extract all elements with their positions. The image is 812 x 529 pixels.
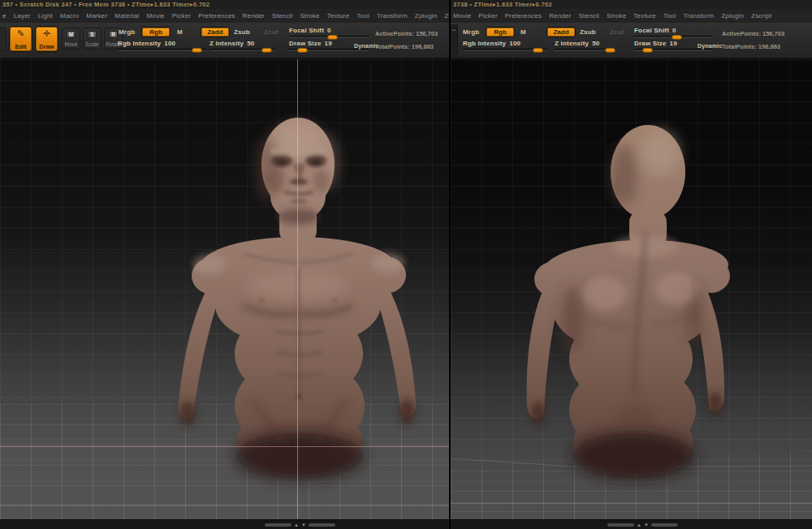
menu-item-layer[interactable]: Layer bbox=[14, 12, 31, 19]
menu-bar: MoviePickerPreferencesRenderStencilStrok… bbox=[451, 9, 812, 23]
scrollbar-segment[interactable] bbox=[651, 523, 678, 527]
dynamic-toggle[interactable]: Dynamic bbox=[698, 43, 723, 49]
menu-bar: eLayerLightMacroMarkerMaterialMoviePicke… bbox=[0, 9, 449, 23]
zcut-button[interactable]: Zcut bbox=[610, 28, 624, 36]
menu-item-transform[interactable]: Transform bbox=[683, 12, 714, 19]
active-points: ActivePoints: 156,703 bbox=[375, 30, 438, 37]
menu-item-macro[interactable]: Macro bbox=[60, 12, 79, 19]
menu-item-zplugin[interactable]: Zplugin bbox=[415, 12, 438, 19]
draw-icon: ✛ bbox=[43, 28, 50, 38]
edit-button[interactable]: ✎ Edit bbox=[9, 26, 32, 52]
canvas-scrollbar[interactable]: ▲ ▼ bbox=[607, 523, 678, 527]
toolbar: ✎ Edit ✛ Draw M Move S Scale R Rotate Mr… bbox=[0, 23, 449, 58]
canvas-scrollbar[interactable]: ▲ ▼ bbox=[265, 523, 335, 527]
scroll-up-icon[interactable]: ▲ bbox=[294, 523, 299, 527]
menu-item-zplugin[interactable]: Zplugin bbox=[721, 12, 744, 19]
floor-axis-vertical-line bbox=[297, 59, 298, 519]
mrgb-button[interactable]: Mrgb bbox=[463, 28, 479, 36]
menu-item-zscript[interactable]: Zscript bbox=[751, 12, 771, 19]
move-icon: M bbox=[67, 31, 76, 38]
menu-item-stroke[interactable]: Stroke bbox=[300, 12, 319, 19]
menu-item-texture[interactable]: Texture bbox=[327, 12, 350, 19]
menu-item-render[interactable]: Render bbox=[549, 12, 571, 19]
clipped-button[interactable] bbox=[0, 27, 6, 51]
canvas-edge-line bbox=[0, 505, 449, 505]
status-bar: 3738 • ZTime▸1.633 Timer▸0.702 bbox=[451, 0, 812, 9]
menu-item-marker[interactable]: Marker bbox=[86, 12, 107, 19]
zsub-button[interactable]: Zsub bbox=[234, 28, 250, 36]
draw-button[interactable]: ✛ Draw bbox=[35, 26, 58, 52]
scale-button[interactable]: S Scale bbox=[83, 28, 102, 49]
menu-item-picker[interactable]: Picker bbox=[478, 12, 497, 19]
scroll-down-icon[interactable]: ▼ bbox=[644, 523, 649, 527]
scrollbar-segment[interactable] bbox=[265, 523, 292, 527]
move-button[interactable]: M Move bbox=[62, 28, 80, 49]
scroll-down-icon[interactable]: ▼ bbox=[301, 523, 306, 527]
canvas-edge-line bbox=[451, 503, 812, 504]
pane-edge-icons: ▪▪ bbox=[451, 24, 458, 57]
scroll-up-icon[interactable]: ▲ bbox=[637, 523, 641, 527]
menu-item-movie[interactable]: Movie bbox=[453, 12, 471, 19]
mrgb-button[interactable]: Mrgb bbox=[119, 28, 135, 36]
slider-handle[interactable] bbox=[605, 48, 615, 53]
focal-shift-slider[interactable]: Focal Shift0 bbox=[634, 27, 712, 38]
m-button[interactable]: M bbox=[520, 28, 526, 36]
menu-item-e[interactable]: e bbox=[2, 12, 6, 19]
edit-icon: ✎ bbox=[17, 28, 24, 38]
menu-item-stencil[interactable]: Stencil bbox=[579, 12, 599, 19]
slider-handle[interactable] bbox=[297, 48, 308, 53]
floor-axis-horizontal-line bbox=[0, 446, 449, 447]
total-points: TotalPoints: 196,863 bbox=[722, 43, 780, 50]
menu-item-render[interactable]: Render bbox=[243, 12, 265, 19]
sculpt-model-front[interactable] bbox=[0, 73, 449, 519]
menu-item-texture[interactable]: Texture bbox=[633, 12, 656, 19]
rgb-button[interactable]: Rgb bbox=[486, 27, 515, 37]
zbrush-window-front: 357 • Scratch Disk 247 • Free Mem 3738 •… bbox=[0, 0, 449, 529]
m-button[interactable]: M bbox=[177, 28, 183, 36]
sculpt-model-back[interactable] bbox=[451, 73, 812, 519]
scrollbar-segment[interactable] bbox=[607, 523, 634, 527]
slider-handle[interactable] bbox=[192, 48, 202, 53]
zsub-button[interactable]: Zsub bbox=[580, 28, 596, 36]
focal-shift-slider[interactable]: Focal Shift0 bbox=[289, 27, 369, 38]
zcut-button[interactable]: Zcut bbox=[264, 28, 279, 36]
canvas-bottom-bar: ▲ ▼ bbox=[0, 519, 449, 529]
menu-item-tool[interactable]: Tool bbox=[663, 12, 676, 19]
menu-item-transform[interactable]: Transform bbox=[377, 12, 408, 19]
status-text: 357 • Scratch Disk 247 • Free Mem 3738 •… bbox=[2, 1, 209, 8]
canvas-viewport-front[interactable] bbox=[0, 59, 449, 519]
zbrush-window-back: 3738 • ZTime▸1.633 Timer▸0.702 MoviePick… bbox=[449, 0, 812, 529]
menu-item-movie[interactable]: Movie bbox=[146, 12, 164, 19]
total-points: TotalPoints: 196,863 bbox=[375, 43, 434, 50]
menu-item-preferences[interactable]: Preferences bbox=[198, 12, 235, 19]
slider-handle[interactable] bbox=[642, 48, 653, 53]
rgb-intensity-slider[interactable]: Rgb Intensity100 bbox=[118, 40, 207, 51]
zbrush-app: 357 • Scratch Disk 247 • Free Mem 3738 •… bbox=[0, 0, 812, 529]
rgb-intensity-slider[interactable]: Rgb Intensity100 bbox=[463, 40, 547, 51]
status-bar: 357 • Scratch Disk 247 • Free Mem 3738 •… bbox=[0, 0, 449, 9]
menu-item-preferences[interactable]: Preferences bbox=[505, 12, 542, 19]
scale-icon: S bbox=[88, 31, 97, 38]
rotate-icon: R bbox=[109, 31, 118, 38]
zadd-button[interactable]: Zadd bbox=[201, 27, 230, 37]
menu-item-light[interactable]: Light bbox=[38, 12, 53, 19]
menu-item-stencil[interactable]: Stencil bbox=[272, 12, 292, 19]
menu-item-tool[interactable]: Tool bbox=[356, 12, 369, 19]
menu-item-picker[interactable]: Picker bbox=[172, 12, 191, 19]
menu-item-material[interactable]: Material bbox=[114, 12, 139, 19]
scrollbar-segment[interactable] bbox=[309, 523, 335, 527]
slider-handle[interactable] bbox=[533, 48, 543, 53]
status-text: 3738 • ZTime▸1.633 Timer▸0.702 bbox=[453, 1, 552, 8]
canvas-viewport-back[interactable] bbox=[451, 59, 812, 519]
zadd-button[interactable]: Zadd bbox=[546, 27, 576, 37]
z-intensity-slider[interactable]: Z Intensity50 bbox=[209, 40, 274, 51]
canvas-bottom-bar: ▲ ▼ bbox=[451, 519, 812, 529]
rgb-button[interactable]: Rgb bbox=[141, 27, 171, 37]
z-intensity-slider[interactable]: Z Intensity50 bbox=[555, 40, 616, 51]
menu-item-stroke[interactable]: Stroke bbox=[607, 12, 626, 19]
toolbar: ▪▪ Mrgb Rgb M Zadd Zsub Zcut Focal Shift… bbox=[451, 23, 812, 58]
active-points: ActivePoints: 156,703 bbox=[722, 30, 784, 37]
slider-handle[interactable] bbox=[261, 48, 272, 53]
